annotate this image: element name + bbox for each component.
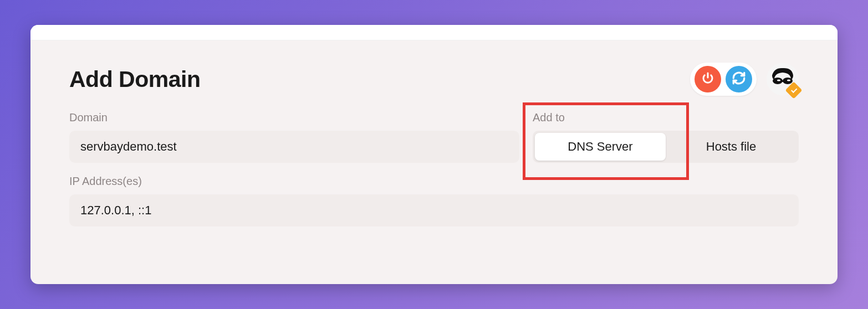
power-button[interactable] xyxy=(695,66,721,92)
action-pill xyxy=(690,63,757,96)
addto-label: Add to xyxy=(533,111,799,124)
header-actions xyxy=(690,63,799,96)
refresh-icon xyxy=(732,71,746,87)
ip-field-group: IP Address(es) xyxy=(69,175,799,226)
header-row: Add Domain xyxy=(69,63,799,96)
domain-field-group: Domain xyxy=(69,111,519,163)
segment-dns-server[interactable]: DNS Server xyxy=(535,133,666,161)
segment-hosts-file[interactable]: Hosts file xyxy=(666,133,796,161)
addto-segmented: DNS Server Hosts file xyxy=(533,131,799,163)
svg-point-5 xyxy=(777,80,780,81)
domain-addto-row: Domain Add to DNS Server Hosts file xyxy=(69,111,799,163)
domain-input[interactable] xyxy=(69,131,519,163)
content-area: Add Domain xyxy=(30,40,838,243)
domain-label: Domain xyxy=(69,111,519,124)
page-title: Add Domain xyxy=(69,66,200,92)
svg-point-6 xyxy=(787,80,790,81)
svg-rect-4 xyxy=(782,80,783,82)
app-window: Add Domain xyxy=(30,25,838,284)
ip-input[interactable] xyxy=(69,194,799,226)
ip-label: IP Address(es) xyxy=(69,175,799,188)
refresh-button[interactable] xyxy=(726,66,752,92)
power-icon xyxy=(701,71,714,87)
window-titlebar xyxy=(30,25,838,40)
addto-field-group: Add to DNS Server Hosts file xyxy=(533,111,799,163)
avatar[interactable] xyxy=(767,63,799,95)
